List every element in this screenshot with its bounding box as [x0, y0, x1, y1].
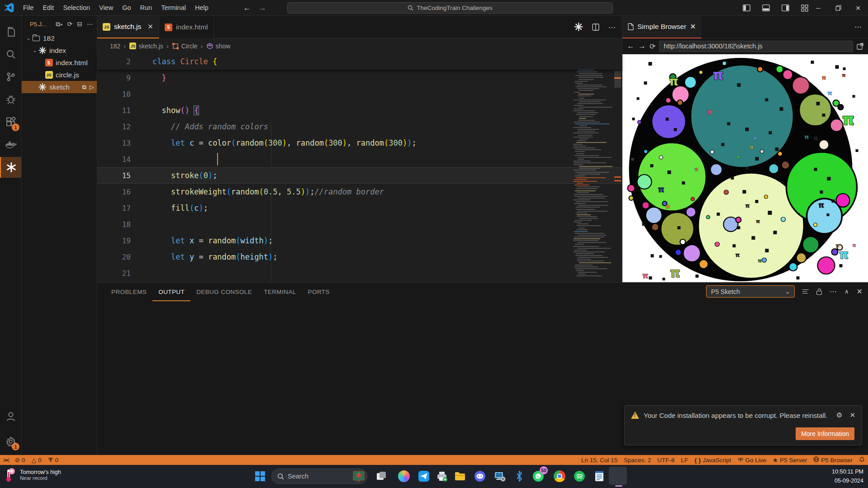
clear-output-icon[interactable]: [802, 289, 809, 294]
status-javascript[interactable]: { }JavaScript: [691, 455, 734, 465]
sketch-run-actions[interactable]: ⧉▷: [82, 84, 94, 91]
collapse-all-icon[interactable]: ⊟: [77, 20, 82, 28]
code-line-13[interactable]: 13 let c = color(random(300), random(300…: [97, 135, 622, 151]
activity-search[interactable]: [0, 44, 21, 65]
tree-item-sketch[interactable]: ✳sketch⧉▷: [22, 81, 97, 93]
taskbar-search[interactable]: Search: [271, 469, 367, 484]
activity-source-control[interactable]: [0, 66, 21, 87]
nav-back-icon[interactable]: ←: [243, 3, 251, 13]
status-spaces-2[interactable]: Spaces: 2: [621, 455, 654, 465]
taskbar-icon-bluetooth[interactable]: [512, 469, 526, 483]
tree-item-index.html[interactable]: 5index.html: [22, 57, 97, 69]
panel-more-icon[interactable]: ⋯: [830, 287, 837, 296]
menu-file[interactable]: File: [19, 0, 38, 16]
taskbar-icon-notepad[interactable]: [593, 469, 606, 483]
breadcrumb-sketch.js[interactable]: JSsketch.js: [129, 43, 163, 50]
refresh-icon[interactable]: ⟳: [67, 20, 73, 28]
toggle-panel-icon[interactable]: [762, 5, 770, 11]
taskbar-icon-spotify[interactable]: [573, 469, 586, 483]
activity-explorer[interactable]: [0, 21, 21, 42]
activity-debug-bug[interactable]: [0, 89, 21, 110]
code-line-20[interactable]: 20 let y = random(height);: [97, 249, 622, 265]
more-information-button[interactable]: More Information: [796, 427, 854, 440]
code-line-21[interactable]: 21: [97, 265, 622, 281]
status-remote[interactable]: ><: [0, 455, 12, 465]
taskbar-icon-vscode[interactable]: [612, 469, 625, 483]
code-line-12[interactable]: 12 // Adds random colors: [97, 118, 622, 135]
browser-forward-icon[interactable]: →: [638, 42, 646, 51]
code-line-19[interactable]: 19 let x = random(width);: [97, 232, 622, 249]
editor-tab-index.html[interactable]: 5index.html: [159, 16, 214, 38]
menu-selection[interactable]: Selection: [58, 0, 95, 16]
code-line-18[interactable]: 18: [97, 216, 622, 232]
taskbar-icon-printer[interactable]: [435, 469, 449, 483]
breadcrumb[interactable]: 182›JSsketch.js›Circle›show: [97, 38, 622, 53]
breadcrumb-182[interactable]: 182: [108, 43, 120, 50]
close-tab-icon[interactable]: ✕: [690, 23, 696, 31]
start-button[interactable]: [253, 469, 267, 483]
activity-settings[interactable]: 1: [0, 431, 21, 452]
editor-scrollbar[interactable]: [614, 70, 622, 282]
taskbar-icon-pc-settings[interactable]: [493, 469, 507, 483]
code-line-9[interactable]: 9 }: [97, 70, 622, 86]
code-line-15[interactable]: 15 stroke(0);: [97, 167, 622, 184]
nav-forward-icon[interactable]: →: [258, 3, 266, 13]
menu-view[interactable]: View: [95, 0, 118, 16]
taskbar-icon-chrome[interactable]: [553, 469, 566, 483]
browser-reload-icon[interactable]: ⟳: [650, 42, 655, 51]
restore-button[interactable]: [828, 0, 848, 16]
code-line-10[interactable]: 10: [97, 86, 622, 102]
taskbar-icon-mail[interactable]: [417, 469, 431, 483]
status-error[interactable]: ⊘0: [12, 455, 28, 465]
taskbar-icon-task-view[interactable]: [375, 469, 388, 483]
toggle-sidebar-icon[interactable]: [743, 5, 750, 11]
customize-layout-icon[interactable]: [801, 5, 808, 12]
p5-run-icon[interactable]: ✳: [574, 22, 583, 33]
panel-tab-ports[interactable]: PORTS: [302, 283, 336, 301]
status-bell[interactable]: [856, 455, 868, 465]
open-external-icon[interactable]: [857, 43, 863, 50]
status-ln-15-col-15[interactable]: Ln 15, Col 15: [578, 455, 621, 465]
status-p5-browser[interactable]: P5 Browser: [810, 455, 856, 465]
command-center-search[interactable]: TheCodingTrain Challenges: [287, 2, 613, 14]
code-line-16[interactable]: 16 strokeWeight(random(0.5, 5.5));//rand…: [97, 184, 622, 200]
taskbar-icon-copilot[interactable]: [397, 469, 411, 483]
toast-close-icon[interactable]: ✕: [849, 411, 855, 419]
lock-scroll-icon[interactable]: [816, 291, 822, 295]
panel-tab-debug-console[interactable]: DEBUG CONSOLE: [190, 283, 258, 301]
code-editor[interactable]: 9 }1011 show() {12 // Adds random colors…: [97, 70, 622, 282]
tree-item-index[interactable]: ⌄✳index: [22, 44, 97, 57]
editor-more-actions-icon[interactable]: ⋯: [608, 23, 616, 32]
breadcrumb-Circle[interactable]: Circle: [172, 43, 198, 50]
status-tower[interactable]: 0: [45, 455, 62, 465]
maximize-panel-icon[interactable]: ∧: [844, 288, 849, 295]
code-line-11[interactable]: 11 show() {: [97, 102, 622, 118]
tree-item-circle.js[interactable]: JScircle.js: [22, 69, 97, 81]
output-channel-select[interactable]: P5 Sketch⌄: [706, 285, 795, 298]
weather-widget[interactable]: Tomorrow's high Near record: [5, 468, 61, 482]
tab-simple-browser[interactable]: Simple Browser ✕: [622, 16, 702, 38]
breadcrumb-show[interactable]: show: [206, 43, 231, 50]
minimize-button[interactable]: ─: [808, 0, 828, 16]
activity-accounts[interactable]: [0, 406, 21, 427]
code-line-17[interactable]: 17 fill(c);: [97, 200, 622, 216]
taskbar-icon-files-app[interactable]: [453, 469, 467, 483]
status-utf-8[interactable]: UTF-8: [654, 455, 678, 465]
menu-help[interactable]: Help: [190, 0, 213, 16]
new-file-icon[interactable]: ⧉+: [56, 20, 62, 28]
more-actions-icon[interactable]: ⋯: [87, 20, 93, 28]
browser-back-icon[interactable]: ←: [627, 42, 635, 51]
tree-item-182[interactable]: ⌄182: [22, 32, 97, 44]
activity-docker[interactable]: [0, 134, 21, 155]
menu-edit[interactable]: Edit: [38, 0, 58, 16]
editor-tab-sketch.js[interactable]: JSsketch.js✕: [97, 16, 159, 38]
code-line-14[interactable]: 14: [97, 151, 622, 167]
activity-extensions[interactable]: 1: [0, 112, 21, 133]
close-window-button[interactable]: ✕: [848, 0, 868, 16]
panel-more-actions-icon[interactable]: ⋯: [854, 23, 862, 31]
status-go-live[interactable]: Go Live: [735, 455, 770, 465]
close-panel-icon[interactable]: ✕: [857, 287, 863, 296]
taskbar-clock[interactable]: 10:50:11 PM 05-09-2024: [832, 467, 863, 485]
taskbar-icon-whatsapp[interactable]: 50: [531, 469, 545, 483]
activity-p5[interactable]: [0, 157, 21, 178]
